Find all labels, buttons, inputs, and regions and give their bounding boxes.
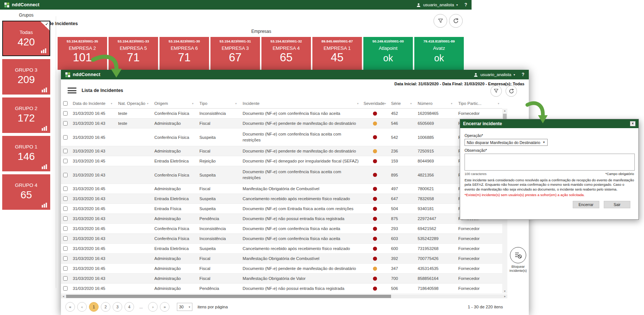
table-row[interactable]: 31/03/2020 16:43AdministraçãoFiscalManif… <box>61 254 502 264</box>
company-card-atlapoint[interactable]: 50.249.610/0001-00Atlapointok <box>363 37 413 70</box>
column-header-severidade[interactable]: Severidade▾ <box>362 99 388 108</box>
scroll-up-icon[interactable]: ▲ <box>502 109 507 113</box>
group-card-grupo-3[interactable]: GRUPO 3209 <box>2 59 50 95</box>
table-row[interactable]: 31/03/2020 16:45AdministraçãoPendênciaDo… <box>61 284 502 294</box>
group-card-grupo-4[interactable]: GRUPO 465 <box>2 174 50 210</box>
sort-chevron-icon: ▾ <box>235 102 237 105</box>
company-card-empresa-4[interactable]: 53.154.823/0001-32EMPRESA 465 <box>261 37 311 70</box>
select-all-checkbox[interactable] <box>63 101 68 106</box>
company-card-empresa-1[interactable]: 89.845.660/0001-87EMPRESA 145 <box>312 37 362 70</box>
modal-sair-button[interactable]: Sair <box>604 201 630 208</box>
help-button[interactable]: ? <box>465 2 467 7</box>
help-button[interactable]: ? <box>522 72 524 77</box>
company-card-empresa-6[interactable]: 53.154.823/0001-30EMPRESA 671 <box>160 37 209 70</box>
company-card-avatz[interactable]: 79.418.818/0001-89Avatzok <box>414 37 464 70</box>
table-row[interactable]: 31/03/2020 16:45AdministraçãoFiscalManif… <box>61 184 502 194</box>
row-checkbox[interactable] <box>63 121 68 126</box>
page-button-1[interactable]: 1 <box>89 302 99 312</box>
refresh-button[interactable] <box>506 85 517 97</box>
refresh-button[interactable] <box>449 14 463 28</box>
row-checkbox[interactable] <box>63 159 68 163</box>
row-checkbox[interactable] <box>63 286 68 291</box>
column-header-n-mero[interactable]: Número▾ <box>415 99 455 108</box>
table-row[interactable]: 31/03/2020 16:43testeAdministraçãoFiscal… <box>61 119 502 129</box>
table-row[interactable]: 31/03/2020 16:43AdministraçãoPendênciaDo… <box>61 214 502 224</box>
column-header-tipo-partic-[interactable]: Tipo Partic...▾ <box>455 99 502 108</box>
cell-origem: Conferência Física <box>151 234 196 243</box>
column-header-s-rie[interactable]: Série▾ <box>388 99 415 108</box>
row-checkbox[interactable] <box>63 186 68 191</box>
scroll-right-icon[interactable]: ► <box>504 294 506 298</box>
row-checkbox[interactable] <box>63 135 68 140</box>
filter-button[interactable] <box>434 14 447 28</box>
table-row[interactable]: 31/03/2020 16:45Conferência FísicaSuspei… <box>61 129 502 146</box>
cell-tipo: Pendência <box>196 284 240 293</box>
menu-hamburger-icon[interactable] <box>68 88 76 93</box>
page-button-4[interactable]: 4 <box>124 302 134 312</box>
column-label: Nat. Operação <box>118 101 145 106</box>
page-first-button[interactable]: « <box>65 302 75 312</box>
sort-chevron-icon: ▾ <box>147 102 148 105</box>
filter-button[interactable] <box>490 85 502 97</box>
group-card-todas[interactable]: Todas420✓ <box>2 21 50 56</box>
page-ellipsis[interactable]: ... <box>136 302 146 312</box>
table-row[interactable]: 31/03/2020 16:45AdministraçãoFiscalDocum… <box>61 264 502 274</box>
row-checkbox[interactable] <box>63 276 68 281</box>
row-checkbox[interactable] <box>63 206 68 211</box>
table-row[interactable]: 31/03/2020 16:43AdministraçãoFiscalDocum… <box>61 146 502 156</box>
group-card-grupo-1[interactable]: GRUPO 1146 <box>2 136 50 171</box>
page-button-2[interactable]: 2 <box>101 302 110 312</box>
horizontal-scroll-thumb[interactable] <box>66 295 391 298</box>
cell-numero: 700775426 <box>415 254 455 263</box>
column-header-incidente[interactable]: Incidente▾ <box>240 99 362 108</box>
company-incident-count: 67 <box>210 51 260 64</box>
row-checkbox[interactable] <box>63 256 68 261</box>
modal-encerrar-button[interactable]: Encerrar <box>573 201 599 208</box>
user-menu[interactable]: usuario_analista ▾ ? <box>473 72 524 77</box>
severity-dot <box>373 187 377 191</box>
close-icon[interactable]: × <box>630 121 636 126</box>
row-checkbox[interactable] <box>63 111 68 116</box>
page-size-select[interactable]: 30 ▾ <box>177 303 192 311</box>
company-card-empresa-3[interactable]: 53.154.823/0001-31EMPRESA 367 <box>210 37 260 70</box>
table-row[interactable]: 31/03/2020 16:45Entrada EletrônicaRejeiç… <box>61 156 502 166</box>
observacao-textarea[interactable] <box>465 154 635 171</box>
row-checkbox[interactable] <box>63 149 68 153</box>
row-checkbox[interactable] <box>63 246 68 251</box>
row-checkbox[interactable] <box>63 216 68 221</box>
table-row[interactable]: 31/03/2020 16:43AdministraçãoFiscalManif… <box>61 274 502 284</box>
table-body: 31/03/2020 16:45testeConferência FísicaI… <box>61 109 502 294</box>
page-last-button[interactable]: » <box>160 302 169 312</box>
column-header-tipo[interactable]: Tipo▾ <box>196 99 240 108</box>
row-checkbox[interactable] <box>63 196 68 201</box>
column-header-origem[interactable]: Origem▾ <box>151 99 196 108</box>
bloquear-incidentes-button[interactable] <box>510 247 526 263</box>
page-button-3[interactable]: 3 <box>113 302 122 312</box>
table-row[interactable]: 31/03/2020 16:43Conferência FísicaSuspei… <box>61 166 502 184</box>
column-header-nat-opera-o[interactable]: Nat. Operação▾ <box>115 99 151 108</box>
scroll-down-icon[interactable]: ▼ <box>502 289 507 294</box>
company-card-empresa-2[interactable]: 53.154.823/0001-35EMPRESA 2101 <box>58 37 107 70</box>
company-card-empresa-5[interactable]: 53.154.823/0001-33EMPRESA 571 <box>109 37 158 70</box>
cell-data-do-incidente: 31/03/2020 16:45 <box>70 264 115 273</box>
group-card-grupo-2[interactable]: GRUPO 2172 <box>2 97 50 133</box>
horizontal-scrollbar[interactable]: ◄ ► <box>61 294 507 298</box>
table-row[interactable]: 31/03/2020 16:43Conferência FísicaIncons… <box>61 234 502 244</box>
column-header-data-do-incidente[interactable]: Data do Incidente▾ <box>70 99 115 108</box>
table-row[interactable]: 31/03/2020 16:43Entrada EletrônicaSuspei… <box>61 194 502 204</box>
user-menu[interactable]: usuario_analista ▾ ? <box>416 2 467 7</box>
table-row[interactable]: 31/03/2020 16:45Conferência FísicaIncons… <box>61 224 502 234</box>
page-next-button[interactable]: › <box>148 302 158 312</box>
cell-numero: 7800621 <box>415 184 455 194</box>
row-checkbox[interactable] <box>63 173 68 177</box>
table-row[interactable]: 31/03/2020 16:45Entrada FísicaSuspeitaDo… <box>61 204 502 214</box>
scroll-left-icon[interactable]: ◄ <box>62 294 65 298</box>
table-row[interactable]: 31/03/2020 16:45Entrada EletrônicaSuspei… <box>61 244 502 254</box>
table-row[interactable]: 31/03/2020 16:45testeConferência FísicaI… <box>61 109 502 119</box>
operacao-select[interactable]: Não disparar Manifestação do Destinatári… <box>465 139 548 146</box>
page-prev-button[interactable]: ‹ <box>77 302 87 312</box>
row-checkbox[interactable] <box>63 266 68 271</box>
cell-serie: 647 <box>388 194 415 203</box>
row-checkbox[interactable] <box>63 236 68 241</box>
row-checkbox[interactable] <box>63 226 68 231</box>
